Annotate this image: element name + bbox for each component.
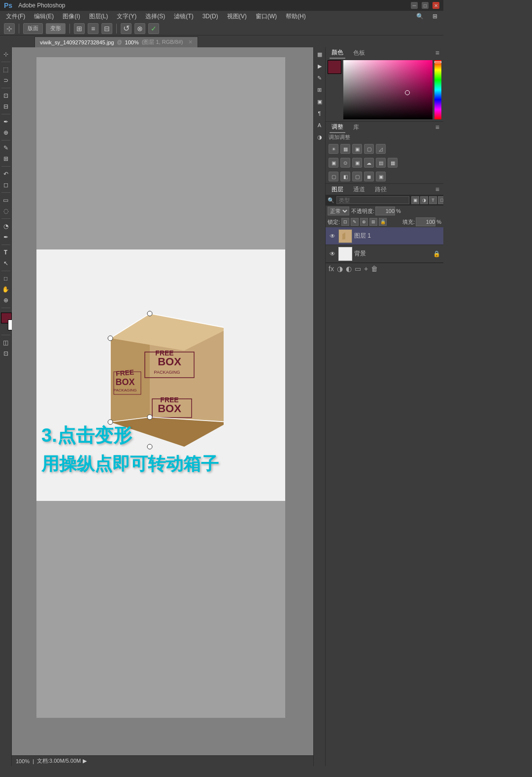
adjust-curves[interactable]: ▦ (340, 144, 350, 154)
menu-select[interactable]: 选择(S) (141, 11, 169, 22)
lock-image[interactable]: ✎ (351, 218, 359, 226)
blur-tool[interactable]: ◌ (1, 206, 11, 216)
adjust-vibrance[interactable]: ▢ (364, 144, 374, 154)
adjust-hue[interactable]: ▣ (329, 158, 338, 168)
delete-layer-icon[interactable]: 🗑 (371, 265, 378, 273)
menu-window[interactable]: 窗口(W) (252, 11, 281, 22)
panel-icon-brush[interactable]: ✎ (315, 73, 325, 83)
tab-library[interactable]: 库 (351, 122, 361, 133)
marquee-tool[interactable]: ⬚ (1, 65, 11, 74)
zoom-tool[interactable]: ⊕ (1, 295, 11, 305)
fill-input[interactable] (416, 217, 435, 226)
confirm-icon[interactable]: ✓ (148, 23, 159, 34)
blend-mode-select[interactable]: 正常 (328, 207, 349, 215)
tab-swatches[interactable]: 色板 (351, 48, 367, 58)
adjust-exposure[interactable]: ▣ (352, 144, 362, 154)
menu-filter[interactable]: 滤镜(T) (170, 11, 197, 22)
adjust-bw[interactable]: ▣ (352, 158, 362, 168)
adjust-gradient2[interactable]: ◼ (364, 172, 374, 181)
lock-position[interactable]: ⊕ (360, 218, 368, 226)
grid-icon[interactable]: ⊞ (74, 23, 85, 34)
eraser-tool[interactable]: ◻ (1, 180, 11, 190)
adjust-panel-menu[interactable]: ≡ (435, 123, 439, 131)
transform-button[interactable]: 变形 (46, 23, 66, 34)
adjust-brightness[interactable]: ☀ (329, 144, 338, 154)
menu-view[interactable]: 视图(V) (223, 11, 251, 22)
layout-button[interactable]: 版面 (23, 23, 43, 34)
layer-row-2[interactable]: 👁 背景 🔒 (326, 245, 443, 263)
pen-tool[interactable]: ✒ (1, 232, 11, 242)
distribute-icon[interactable]: ⊟ (101, 23, 112, 34)
adjust-selective[interactable]: ▣ (376, 172, 386, 181)
panel-icon-char[interactable]: A (315, 120, 325, 130)
shape-tool[interactable]: □ (1, 274, 11, 283)
hand-tool[interactable]: ✋ (1, 284, 11, 294)
layer-fx-icon[interactable]: fx (329, 265, 334, 273)
layer-filter-shape[interactable]: □ (438, 196, 443, 204)
menu-layer[interactable]: 图层(L) (85, 11, 112, 22)
layer-filter-pixel[interactable]: ▣ (411, 196, 419, 204)
menu-text[interactable]: 文字(Y) (113, 11, 140, 22)
tab-color[interactable]: 颜色 (330, 47, 345, 59)
search-icon-menu[interactable]: 🔍 (412, 12, 428, 21)
slice-tool[interactable]: ⊟ (1, 102, 11, 111)
eyedropper-tool[interactable]: ✒ (1, 117, 11, 127)
undo-icon[interactable]: ↺ (121, 23, 132, 34)
lock-all[interactable]: 🔒 (379, 218, 387, 226)
layer-filter-adjust[interactable]: ◑ (420, 196, 428, 204)
menu-edit[interactable]: 编辑(E) (30, 11, 58, 22)
align-icon[interactable]: ≡ (88, 23, 99, 34)
layer-adjust-icon[interactable]: ◐ (346, 265, 352, 273)
cancel-icon[interactable]: ⊗ (134, 23, 145, 34)
screen-mode-icon[interactable]: ⊡ (1, 349, 11, 358)
adjust-lookup[interactable]: ▦ (388, 158, 398, 168)
tab-close-icon[interactable]: ✕ (188, 39, 193, 45)
tab-paths[interactable]: 路径 (373, 184, 389, 195)
close-button[interactable]: ✕ (432, 2, 439, 9)
adjust-threshold[interactable]: ▢ (352, 172, 362, 181)
minimize-button[interactable]: ─ (411, 2, 418, 9)
adjust-mixer[interactable]: ▤ (376, 158, 386, 168)
layers-type-filter[interactable] (336, 196, 409, 204)
layers-panel-menu[interactable]: ≡ (435, 185, 439, 193)
tab-layers[interactable]: 图层 (330, 184, 345, 195)
adjust-photo[interactable]: ☁ (364, 158, 374, 168)
color-panel-menu[interactable]: ≡ (435, 49, 439, 57)
lock-artboard[interactable]: ⊞ (369, 218, 377, 226)
dodge-tool[interactable]: ◔ (1, 221, 11, 231)
panel-icon-play[interactable]: ▶ (315, 61, 325, 71)
panel-icon-channel[interactable]: ▣ (315, 97, 325, 106)
adjust-invert[interactable]: ▢ (329, 172, 338, 181)
panel-icon-histogram[interactable]: ▦ (315, 49, 325, 59)
panel-icon-paragraph[interactable]: ¶ (315, 108, 325, 118)
layer-group-icon[interactable]: ▭ (355, 265, 361, 273)
document-tab[interactable]: viwik_sy_14092792732845.jpg @ 100% (图层 1… (34, 36, 198, 47)
hue-strip[interactable] (434, 60, 441, 119)
menu-image[interactable]: 图像(I) (59, 11, 84, 22)
layer1-visibility[interactable]: 👁 (329, 233, 336, 240)
brush-tool[interactable]: ✎ (1, 143, 11, 153)
history-brush[interactable]: ↶ (1, 169, 11, 179)
stamp-tool[interactable]: ⊞ (1, 154, 11, 164)
lasso-tool[interactable]: ⊃ (1, 75, 11, 85)
move-tool[interactable]: ⊹ (1, 49, 11, 59)
opacity-input[interactable] (375, 207, 395, 215)
canvas-area[interactable]: FREE BOX PACKAGING FREE BOX PACKAGING FR… (12, 47, 313, 766)
tab-adjust[interactable]: 调整 (330, 122, 345, 133)
menu-file[interactable]: 文件(F) (2, 11, 29, 22)
path-select[interactable]: ↖ (1, 258, 11, 268)
menu-3d[interactable]: 3D(D) (199, 12, 222, 21)
arrange-icon[interactable]: ⊞ (429, 12, 441, 21)
layer-row-1[interactable]: 👁 图层 1 (326, 227, 443, 245)
gradient-tool[interactable]: ▭ (1, 195, 11, 205)
crop-tool[interactable]: ⊡ (1, 91, 11, 101)
color-preview[interactable] (328, 60, 341, 74)
quick-mask-icon[interactable]: ◫ (1, 338, 11, 348)
adjust-gradient[interactable]: ◿ (376, 144, 386, 154)
menu-help[interactable]: 帮助(H) (282, 11, 310, 22)
panel-icon-layers[interactable]: ⊞ (315, 85, 325, 95)
layer2-visibility[interactable]: 👁 (329, 250, 336, 257)
tab-channels[interactable]: 通道 (351, 184, 367, 195)
adjust-posterize[interactable]: ◧ (340, 172, 350, 181)
lock-transparent[interactable]: ⊡ (341, 218, 349, 226)
